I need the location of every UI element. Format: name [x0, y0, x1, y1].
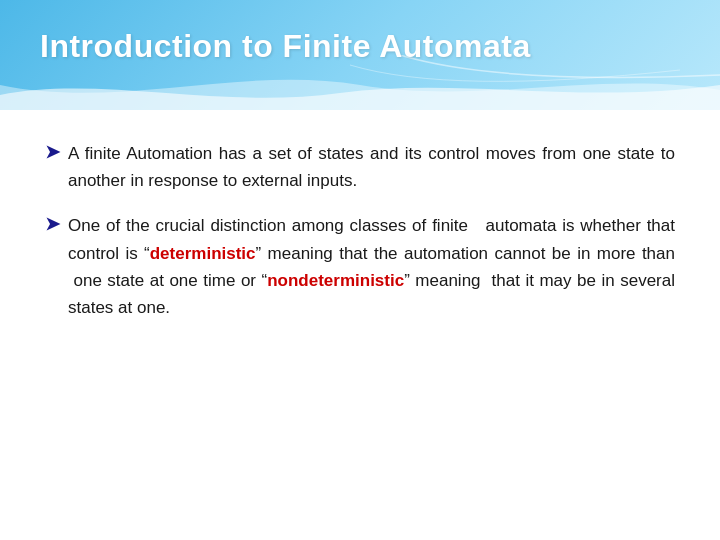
deterministic-word: deterministic	[150, 244, 256, 263]
bullet-text-1: A finite Automation has a set of states …	[68, 140, 675, 194]
bullet-arrow-1: ➤	[45, 141, 60, 163]
nondeterministic-word: nondeterministic	[267, 271, 404, 290]
slide-header: Introduction to Finite Automata	[0, 0, 720, 110]
bullet-item-1: ➤ A finite Automation has a set of state…	[45, 140, 675, 194]
bullet-item-2: ➤ One of the crucial distinction among c…	[45, 212, 675, 321]
slide-content: ➤ A finite Automation has a set of state…	[0, 110, 720, 359]
slide-title: Introduction to Finite Automata	[0, 0, 720, 93]
bullet-text-2: One of the crucial distinction among cla…	[68, 212, 675, 321]
bullet-arrow-2: ➤	[45, 213, 60, 235]
slide: Introduction to Finite Automata ➤ A fini…	[0, 0, 720, 540]
